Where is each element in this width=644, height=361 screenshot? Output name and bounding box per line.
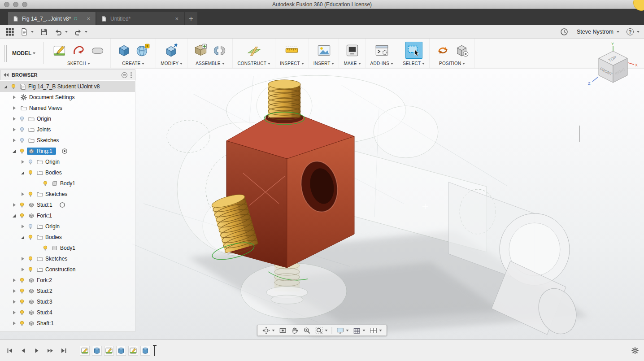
grid-snaps-button[interactable] — [351, 326, 367, 335]
browser-node-stud-2[interactable]: Stud:2 — [0, 286, 135, 296]
expand-node-icon[interactable] — [12, 321, 17, 326]
visibility-bulb-icon[interactable] — [28, 170, 33, 176]
new-component-tool-button[interactable] — [192, 42, 209, 59]
browser-node-fig-14-7-b-student-ujoint-v8[interactable]: Fig 14_7_B Student UJoint v8 — [0, 81, 135, 92]
ribbon-group-label-sketch[interactable]: SKETCH — [67, 61, 90, 66]
add-ins-tool-button[interactable] — [373, 42, 390, 59]
ribbon-group-label-insert[interactable]: INSERT — [313, 61, 335, 66]
joint-tool-button[interactable] — [211, 42, 228, 59]
expand-node-icon[interactable] — [21, 192, 26, 197]
panel-grip[interactable] — [131, 72, 132, 78]
visibility-bulb-icon[interactable] — [19, 213, 25, 219]
ribbon-group-label-assemble[interactable]: ASSEMBLE — [196, 61, 225, 66]
ribbon-group-label-make[interactable]: MAKE — [344, 61, 361, 66]
visibility-bulb-icon[interactable] — [28, 191, 33, 197]
visibility-bulb-icon[interactable] — [19, 116, 25, 122]
measure-tool-button[interactable] — [283, 42, 300, 59]
collapse-panel-icon[interactable] — [4, 73, 9, 77]
ribbon-group-label-select[interactable]: SELECT — [403, 61, 425, 66]
minimize-window-button[interactable] — [13, 2, 18, 7]
visibility-bulb-icon[interactable] — [19, 202, 25, 208]
browser-node-document-settings[interactable]: Document Settings — [0, 92, 135, 103]
ribbon-group-label-construct[interactable]: CONSTRUCT — [237, 61, 270, 66]
ribbon-group-label-position[interactable]: POSITION — [439, 61, 465, 66]
fit-button[interactable] — [313, 326, 330, 335]
look-at-button[interactable] — [277, 326, 289, 335]
viewports-button[interactable] — [368, 326, 384, 335]
position-revert-tool-button[interactable] — [434, 42, 451, 59]
visibility-bulb-icon[interactable] — [19, 310, 25, 316]
collapse-node-icon[interactable] — [21, 235, 26, 240]
construct-planes-tool-button[interactable] — [245, 42, 262, 59]
timeline-feature-5[interactable] — [128, 346, 138, 356]
orbit-button[interactable] — [261, 326, 277, 335]
visibility-bulb-icon[interactable] — [28, 224, 33, 230]
save-button[interactable] — [39, 27, 49, 37]
expand-node-icon[interactable] — [12, 278, 17, 283]
browser-node-origin[interactable]: Origin — [0, 157, 135, 167]
make-tool-button[interactable] — [344, 42, 361, 59]
expand-node-icon[interactable] — [21, 160, 26, 165]
threaded-stud-top[interactable] — [264, 80, 305, 125]
slot-tool-button[interactable] — [89, 42, 106, 59]
collapse-node-icon[interactable] — [12, 149, 17, 154]
expand-node-icon[interactable] — [12, 117, 17, 122]
press-pull-tool-button[interactable] — [163, 42, 180, 59]
browser-node-origin[interactable]: Origin — [0, 221, 135, 232]
visibility-bulb-icon[interactable] — [19, 278, 25, 283]
minimize-panel-icon[interactable] — [122, 72, 127, 78]
close-window-button[interactable] — [4, 2, 9, 7]
timeline-feature-1[interactable] — [80, 346, 90, 356]
visibility-bulb-icon[interactable] — [28, 256, 33, 262]
browser-node-fork-1[interactable]: Fork:1 — [0, 210, 135, 221]
component-activate-circle[interactable] — [59, 202, 65, 208]
timeline-feature-4[interactable] — [116, 346, 126, 356]
display-settings-button[interactable] — [335, 326, 351, 335]
user-menu[interactable]: Steve Nystrom — [577, 29, 619, 35]
collapse-node-icon[interactable] — [21, 170, 26, 175]
browser-node-sketches[interactable]: Sketches — [0, 253, 135, 264]
box-tool-button[interactable] — [115, 42, 132, 59]
browser-node-sketches[interactable]: Sketches — [0, 135, 135, 146]
timeline-feature-6[interactable] — [140, 346, 150, 356]
job-status-clock-button[interactable] — [559, 27, 570, 37]
expand-node-icon[interactable] — [12, 127, 17, 132]
spline-tool-button[interactable] — [70, 42, 87, 59]
close-tab-icon[interactable] — [86, 16, 91, 22]
visibility-bulb-icon[interactable] — [43, 181, 48, 187]
browser-node-bodies[interactable]: Bodies — [0, 167, 135, 178]
ribbon-group-label-create[interactable]: CREATE — [122, 61, 144, 66]
browser-node-stud-4[interactable]: Stud:4 — [0, 307, 135, 318]
expand-node-icon[interactable] — [12, 300, 17, 304]
visibility-bulb-icon[interactable] — [19, 148, 25, 154]
browser-node-named-views[interactable]: Named Views — [0, 103, 135, 113]
ribbon-group-label-modify[interactable]: MODIFY — [161, 61, 183, 66]
document-tab-2[interactable]: Untitled* — [96, 12, 184, 25]
workspace-switcher[interactable]: MODEL — [10, 39, 41, 68]
help-menu[interactable]: ? — [627, 28, 640, 35]
timeline-feature-2[interactable] — [92, 346, 102, 356]
expand-node-icon[interactable] — [12, 106, 17, 111]
browser-node-bodies[interactable]: Bodies — [0, 232, 135, 243]
collapse-node-icon[interactable] — [12, 213, 17, 218]
browser-node-fork-2[interactable]: Fork:2 — [0, 275, 135, 286]
view-cube[interactable]: Y TOP FRONT RIGHT X Z — [585, 41, 639, 90]
fast-forward-button[interactable] — [46, 346, 55, 355]
expand-node-icon[interactable] — [21, 257, 26, 261]
visibility-bulb-icon[interactable] — [28, 159, 33, 165]
document-tab-1[interactable]: Fig 14_7_...Joint v8* — [8, 12, 96, 25]
play-button[interactable] — [32, 346, 41, 355]
visibility-bulb-icon[interactable] — [43, 245, 48, 251]
timeline-position-marker[interactable] — [154, 345, 155, 356]
browser-node-body1[interactable]: Body1 — [0, 243, 135, 253]
browser-node-sketches[interactable]: Sketches — [0, 189, 135, 200]
skip-end-button[interactable] — [59, 346, 68, 355]
browser-node-joints[interactable]: Joints — [0, 124, 135, 135]
visibility-bulb-icon[interactable] — [19, 127, 25, 133]
browser-node-stud-1[interactable]: Stud:1 — [0, 200, 135, 210]
sketch-tool-button[interactable] — [51, 42, 68, 59]
expand-node-icon[interactable] — [12, 138, 17, 143]
close-tab-icon[interactable] — [174, 16, 179, 22]
visibility-bulb-icon[interactable] — [28, 267, 33, 273]
expand-node-icon[interactable] — [21, 224, 26, 229]
